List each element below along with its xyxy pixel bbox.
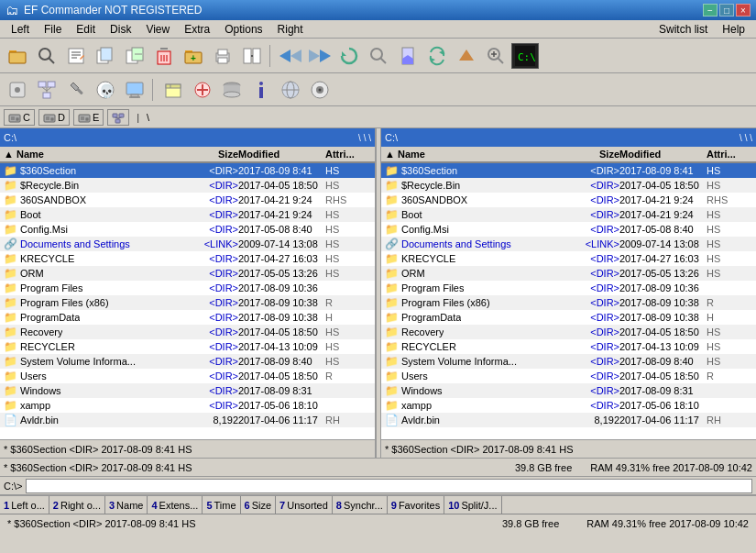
tb-compare[interactable] — [238, 43, 266, 69]
file-row[interactable]: 📁$360Section<DIR>2017-08-09 8:41HS — [381, 163, 756, 178]
file-row[interactable]: 📄Avldr.bin8,1922017-04-06 11:17RH — [0, 413, 375, 427]
tb-terminal[interactable]: C:\ — [511, 43, 539, 69]
fk-btn-3[interactable]: 3Name — [105, 496, 148, 514]
file-row[interactable]: 📁$Recycle.Bin<DIR>2017-04-05 18:50HS — [0, 178, 375, 193]
tb-newdir[interactable]: + — [180, 43, 207, 69]
file-row[interactable]: 📁System Volume Informa...<DIR>2017-08-09… — [0, 354, 375, 369]
tb-search[interactable] — [33, 43, 60, 69]
file-row[interactable]: 📁Boot<DIR>2017-04-21 9:24HS — [381, 207, 756, 222]
fk-btn-10[interactable]: 10Split/J... — [444, 496, 501, 514]
file-row[interactable]: 📁RECYCLER<DIR>2017-04-13 10:09HS — [0, 339, 375, 354]
fk-btn-8[interactable]: 8Synchr... — [333, 496, 388, 514]
menu-view[interactable]: View — [138, 21, 177, 38]
tb2-computer[interactable] — [121, 77, 148, 103]
menu-file[interactable]: File — [37, 21, 69, 38]
file-row[interactable]: 🔗Documents and Settings<LINK>2009-07-14 … — [0, 237, 375, 251]
file-row[interactable]: 📁ORM<DIR>2017-05-05 13:26HS — [0, 266, 375, 281]
maximize-button[interactable]: □ — [719, 4, 734, 17]
right-panel-status: * $360Section <DIR> 2017-08-09 8:41 HS — [381, 439, 756, 458]
menu-disk[interactable]: Disk — [103, 21, 138, 38]
file-row[interactable]: 📁System Volume Informa...<DIR>2017-08-09… — [381, 354, 756, 369]
tb2-map[interactable] — [277, 77, 304, 103]
file-row[interactable]: 📁$Recycle.Bin<DIR>2017-04-05 18:50HS — [381, 178, 756, 193]
tb2-settings[interactable] — [4, 77, 31, 103]
minimize-button[interactable]: − — [703, 4, 718, 17]
tb-find[interactable] — [365, 43, 392, 69]
fk-btn-9[interactable]: 9Favorites — [388, 496, 444, 514]
file-row[interactable]: 📁ProgramData<DIR>2017-08-09 10:38H — [381, 310, 756, 325]
tb-up[interactable] — [453, 43, 480, 69]
tb-forward[interactable] — [306, 43, 334, 69]
fk-label: Size — [252, 500, 271, 511]
tb2-disk[interactable] — [218, 77, 246, 103]
file-row[interactable]: 📁Program Files<DIR>2017-08-09 10:36 — [381, 281, 756, 295]
tb2-audio[interactable] — [306, 77, 334, 103]
fk-btn-5[interactable]: 5Time — [203, 496, 240, 514]
tb-delete[interactable] — [150, 43, 178, 69]
file-row[interactable]: 📁Users<DIR>2017-04-05 18:50R — [0, 369, 375, 383]
file-row[interactable]: 📁Windows<DIR>2017-08-09 8:31 — [0, 383, 375, 398]
file-name-text: 360SANDBOX — [401, 194, 467, 205]
file-row[interactable]: 📁xampp<DIR>2017-05-06 18:10 — [0, 398, 375, 413]
tb-print[interactable] — [209, 43, 236, 69]
tb-open[interactable] — [4, 43, 31, 69]
file-row[interactable]: 📁$360Section<DIR>2017-08-09 8:41HS — [0, 163, 375, 178]
file-row[interactable]: 📁Users<DIR>2017-04-05 18:50R — [381, 369, 756, 383]
file-row[interactable]: 📁ProgramData<DIR>2017-08-09 10:38H — [0, 310, 375, 325]
file-row[interactable]: 📁Program Files<DIR>2017-08-09 10:36 — [0, 281, 375, 295]
tb-bookmark[interactable] — [394, 43, 422, 69]
file-row[interactable]: 📁Config.Msi<DIR>2017-05-08 8:40HS — [381, 222, 756, 237]
menu-edit[interactable]: Edit — [69, 21, 103, 38]
file-row[interactable]: 📁KRECYCLE<DIR>2017-04-27 16:03HS — [381, 251, 756, 266]
file-row[interactable]: 📁Boot<DIR>2017-04-21 9:24HS — [0, 207, 375, 222]
tb2-unpack[interactable] — [189, 77, 216, 103]
file-attr: HS — [707, 165, 752, 176]
tb-zoom[interactable] — [482, 43, 509, 69]
file-row[interactable]: 📁360SANDBOX<DIR>2017-04-21 9:24RHS — [0, 193, 375, 207]
file-size: 8,192 — [569, 415, 619, 426]
drive-net[interactable] — [107, 109, 129, 126]
file-row[interactable]: 📁Config.Msi<DIR>2017-05-08 8:40HS — [0, 222, 375, 237]
fk-btn-7[interactable]: 7Unsorted — [276, 496, 333, 514]
tb-back[interactable] — [277, 43, 304, 69]
file-row[interactable]: 📁Program Files (x86)<DIR>2017-08-09 10:3… — [0, 295, 375, 310]
fk-btn-1[interactable]: 1Left o... — [0, 496, 49, 514]
file-row[interactable]: 📁ORM<DIR>2017-05-05 13:26HS — [381, 266, 756, 281]
menu-switchlist[interactable]: Switch list — [652, 21, 715, 38]
tb2-network[interactable] — [33, 77, 60, 103]
file-row[interactable]: 📁Windows<DIR>2017-08-09 8:31 — [381, 383, 756, 398]
file-row[interactable]: 🔗Documents and Settings<LINK>2009-07-14 … — [381, 237, 756, 251]
file-row[interactable]: 📁KRECYCLE<DIR>2017-04-27 16:03HS — [0, 251, 375, 266]
svg-rect-51 — [43, 93, 50, 98]
menu-options[interactable]: Options — [217, 21, 269, 38]
tb-move[interactable] — [121, 43, 148, 69]
file-row[interactable]: 📁xampp<DIR>2017-05-06 18:10 — [381, 398, 756, 413]
fk-btn-4[interactable]: 4Extens... — [148, 496, 203, 514]
tb2-pack[interactable] — [159, 77, 187, 103]
menu-help[interactable]: Help — [715, 21, 752, 38]
tb-edit[interactable] — [62, 43, 90, 69]
file-row[interactable]: 📁Program Files (x86)<DIR>2017-08-09 10:3… — [381, 295, 756, 310]
menu-left[interactable]: Left — [4, 21, 37, 38]
tb2-tools[interactable] — [62, 77, 90, 103]
file-row[interactable]: 📁RECYCLER<DIR>2017-04-13 10:09HS — [381, 339, 756, 354]
menu-right[interactable]: Right — [270, 21, 311, 38]
file-size: <DIR> — [188, 297, 238, 308]
tb2-info[interactable] — [247, 77, 275, 103]
menu-extra[interactable]: Extra — [177, 21, 217, 38]
drive-e[interactable]: E — [73, 109, 104, 126]
tb2-danger[interactable]: 💀 — [92, 77, 119, 103]
file-row[interactable]: 📁360SANDBOX<DIR>2017-04-21 9:24RHS — [381, 193, 756, 207]
tb-refresh[interactable] — [335, 43, 363, 69]
cmd-input[interactable] — [26, 479, 752, 493]
file-row[interactable]: 📁Recovery<DIR>2017-04-05 18:50HS — [0, 325, 375, 339]
fk-btn-2[interactable]: 2Right o... — [49, 496, 105, 514]
tb-copy[interactable] — [92, 43, 119, 69]
close-button[interactable]: × — [736, 4, 751, 17]
fk-btn-6[interactable]: 6Size — [241, 496, 277, 514]
file-row[interactable]: 📄Avldr.bin8,1922017-04-06 11:17RH — [381, 413, 756, 427]
tb-sync[interactable] — [423, 43, 451, 69]
drive-c[interactable]: C — [4, 109, 35, 126]
file-row[interactable]: 📁Recovery<DIR>2017-04-05 18:50HS — [381, 325, 756, 339]
drive-d[interactable]: D — [38, 109, 70, 126]
